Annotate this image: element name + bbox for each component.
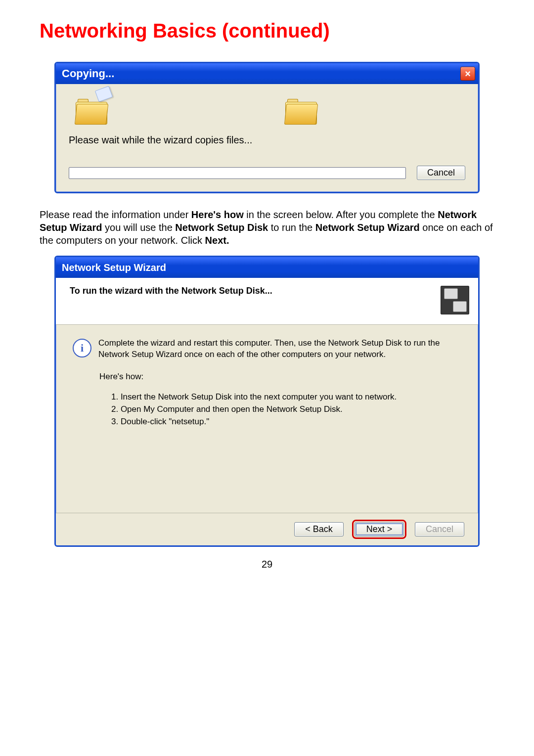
progress-bar	[69, 167, 406, 179]
heres-how-label: Here's how:	[99, 371, 461, 383]
flying-paper-icon	[95, 86, 113, 102]
wizard-subtitle: To run the wizard with the Network Setup…	[70, 286, 272, 296]
para-bold-nsd: Network Setup Disk	[175, 222, 268, 233]
instruction-paragraph: Please read the information under Here's…	[40, 208, 494, 247]
copy-animation-icons	[76, 99, 465, 125]
copying-message: Please wait while the wizard copies file…	[69, 134, 465, 146]
wizard-info-text: Complete the wizard and restart this com…	[98, 338, 461, 360]
para-text: in the screen below. After you complete …	[244, 209, 438, 220]
page-number: 29	[40, 559, 494, 570]
wizard-body: i Complete the wizard and restart this c…	[56, 325, 478, 513]
list-item: 1. Insert the Network Setup Disk into th…	[111, 392, 461, 403]
copying-body: Please wait while the wizard copies file…	[56, 84, 478, 192]
folder-dest-icon	[285, 99, 317, 125]
wizard-cancel-button: Cancel	[415, 522, 464, 536]
copying-dialog: Copying... × Please wait while the wizar…	[54, 62, 480, 193]
list-item: 3. Double-click "netsetup."	[111, 416, 461, 428]
wizard-titlebar[interactable]: Network Setup Wizard	[56, 257, 478, 278]
para-text: Please read the information under	[40, 209, 191, 220]
heres-how-list: 1. Insert the Network Setup Disk into th…	[111, 392, 461, 428]
para-bold-next: Next.	[205, 235, 229, 246]
wizard-info-row: i Complete the wizard and restart this c…	[73, 338, 461, 360]
para-bold-nsw2: Network Setup Wizard	[315, 222, 420, 233]
page-heading: Networking Basics (continued)	[40, 20, 494, 42]
cancel-button[interactable]: Cancel	[417, 166, 465, 180]
wizard-title: Network Setup Wizard	[62, 262, 166, 273]
wizard-footer: < Back Next > Cancel	[56, 513, 478, 545]
copying-title: Copying...	[62, 67, 114, 80]
copying-titlebar[interactable]: Copying... ×	[56, 63, 478, 84]
para-text: to run the	[268, 222, 315, 233]
close-icon[interactable]: ×	[460, 67, 475, 81]
network-setup-wizard-dialog: Network Setup Wizard To run the wizard w…	[54, 256, 480, 547]
list-item: 2. Open My Computer and then open the Ne…	[111, 404, 461, 415]
network-computers-icon	[441, 286, 469, 314]
para-text: you will use the	[102, 222, 176, 233]
folder-source-icon	[76, 99, 107, 125]
back-button[interactable]: < Back	[294, 522, 344, 536]
wizard-header: To run the wizard with the Network Setup…	[56, 278, 478, 325]
para-bold-hereshow: Here's how	[191, 209, 244, 220]
next-button[interactable]: Next >	[355, 522, 404, 536]
info-icon: i	[73, 339, 91, 357]
progress-row: Cancel	[69, 166, 465, 180]
document-page: Networking Basics (continued) Copying...…	[20, 0, 514, 575]
